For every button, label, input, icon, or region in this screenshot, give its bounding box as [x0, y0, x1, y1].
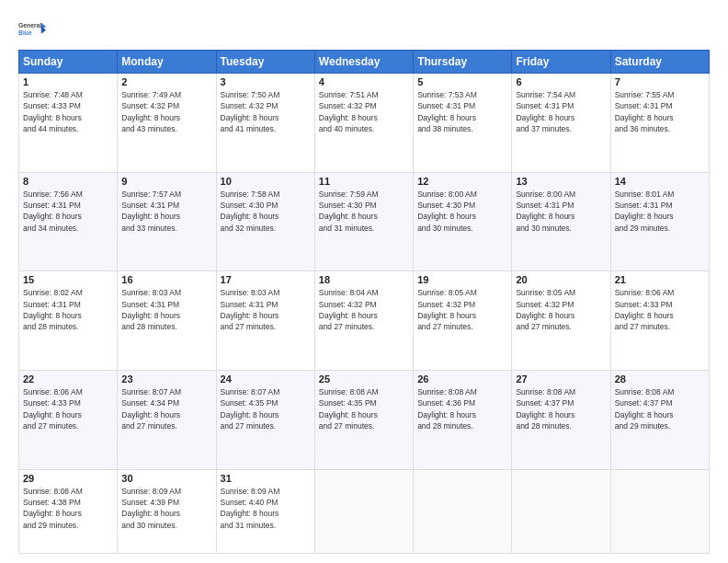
- logo-icon: GeneralBlue: [18, 15, 48, 44]
- day-info: Sunrise: 8:05 AMSunset: 4:32 PMDaylight:…: [516, 287, 606, 332]
- calendar-cell: 15 Sunrise: 8:02 AMSunset: 4:31 PMDaylig…: [19, 271, 118, 371]
- calendar-cell: 31 Sunrise: 8:09 AMSunset: 4:40 PMDaylig…: [216, 469, 314, 553]
- day-header-wednesday: Wednesday: [314, 51, 413, 74]
- day-info: Sunrise: 8:08 AMSunset: 4:36 PMDaylight:…: [417, 386, 507, 431]
- week-row-1: 1 Sunrise: 7:48 AMSunset: 4:33 PMDayligh…: [19, 74, 710, 173]
- day-number: 3: [221, 76, 311, 87]
- header: GeneralBlue: [18, 15, 710, 44]
- day-info: Sunrise: 8:01 AMSunset: 4:31 PMDaylight:…: [615, 189, 705, 234]
- calendar-cell: 27 Sunrise: 8:08 AMSunset: 4:37 PMDaylig…: [512, 371, 610, 470]
- day-info: Sunrise: 8:08 AMSunset: 4:38 PMDaylight:…: [23, 486, 113, 531]
- day-number: 2: [121, 76, 211, 87]
- day-number: 15: [23, 274, 113, 285]
- week-row-4: 22 Sunrise: 8:06 AMSunset: 4:33 PMDaylig…: [19, 371, 710, 470]
- calendar-cell: 7 Sunrise: 7:55 AMSunset: 4:31 PMDayligh…: [610, 74, 709, 173]
- day-info: Sunrise: 7:59 AMSunset: 4:30 PMDaylight:…: [319, 189, 409, 234]
- day-info: Sunrise: 7:48 AMSunset: 4:33 PMDaylight:…: [23, 89, 113, 134]
- day-number: 27: [516, 373, 606, 385]
- week-row-2: 8 Sunrise: 7:56 AMSunset: 4:31 PMDayligh…: [19, 172, 710, 271]
- calendar-cell: 28 Sunrise: 8:08 AMSunset: 4:37 PMDaylig…: [610, 371, 709, 470]
- day-info: Sunrise: 7:56 AMSunset: 4:31 PMDaylight:…: [23, 189, 113, 234]
- calendar-cell: 10 Sunrise: 7:58 AMSunset: 4:30 PMDaylig…: [216, 172, 314, 271]
- logo: GeneralBlue: [18, 15, 48, 44]
- day-info: Sunrise: 7:57 AMSunset: 4:31 PMDaylight:…: [121, 189, 211, 234]
- day-info: Sunrise: 8:06 AMSunset: 4:33 PMDaylight:…: [615, 287, 705, 332]
- calendar-cell: 6 Sunrise: 7:54 AMSunset: 4:31 PMDayligh…: [512, 74, 610, 173]
- day-number: 26: [417, 373, 507, 385]
- day-header-friday: Friday: [512, 51, 610, 74]
- calendar-cell: 24 Sunrise: 8:07 AMSunset: 4:35 PMDaylig…: [216, 371, 314, 470]
- calendar-cell: 3 Sunrise: 7:50 AMSunset: 4:32 PMDayligh…: [216, 74, 314, 173]
- calendar-cell: [512, 469, 610, 553]
- day-number: 28: [615, 373, 705, 385]
- day-header-sunday: Sunday: [19, 51, 118, 74]
- week-row-3: 15 Sunrise: 8:02 AMSunset: 4:31 PMDaylig…: [19, 271, 710, 371]
- calendar-cell: 22 Sunrise: 8:06 AMSunset: 4:33 PMDaylig…: [19, 371, 118, 470]
- day-header-thursday: Thursday: [414, 51, 512, 74]
- day-info: Sunrise: 7:58 AMSunset: 4:30 PMDaylight:…: [221, 189, 311, 234]
- calendar-cell: 29 Sunrise: 8:08 AMSunset: 4:38 PMDaylig…: [19, 469, 118, 553]
- day-header-tuesday: Tuesday: [216, 51, 314, 74]
- calendar-cell: 26 Sunrise: 8:08 AMSunset: 4:36 PMDaylig…: [414, 371, 512, 470]
- calendar-cell: 25 Sunrise: 8:08 AMSunset: 4:35 PMDaylig…: [314, 371, 413, 470]
- day-number: 10: [221, 176, 311, 187]
- day-info: Sunrise: 8:08 AMSunset: 4:35 PMDaylight:…: [319, 386, 409, 431]
- calendar-cell: [610, 469, 709, 553]
- day-number: 4: [319, 76, 409, 87]
- day-info: Sunrise: 8:00 AMSunset: 4:31 PMDaylight:…: [516, 189, 606, 234]
- day-number: 21: [615, 274, 705, 285]
- day-info: Sunrise: 8:03 AMSunset: 4:31 PMDaylight:…: [121, 287, 211, 332]
- page: GeneralBlue SundayMondayTuesdayWednesday…: [0, 0, 728, 563]
- calendar-cell: 17 Sunrise: 8:03 AMSunset: 4:31 PMDaylig…: [216, 271, 314, 371]
- day-info: Sunrise: 8:03 AMSunset: 4:31 PMDaylight:…: [221, 287, 311, 332]
- day-info: Sunrise: 8:04 AMSunset: 4:32 PMDaylight:…: [319, 287, 409, 332]
- day-number: 30: [121, 473, 211, 484]
- svg-text:General: General: [18, 22, 41, 29]
- calendar-table: SundayMondayTuesdayWednesdayThursdayFrid…: [18, 50, 710, 554]
- day-info: Sunrise: 8:08 AMSunset: 4:37 PMDaylight:…: [615, 386, 705, 431]
- calendar-cell: 16 Sunrise: 8:03 AMSunset: 4:31 PMDaylig…: [118, 271, 216, 371]
- day-number: 16: [121, 274, 211, 285]
- day-number: 24: [221, 373, 311, 385]
- calendar-cell: 1 Sunrise: 7:48 AMSunset: 4:33 PMDayligh…: [19, 74, 118, 173]
- day-info: Sunrise: 8:08 AMSunset: 4:37 PMDaylight:…: [516, 386, 606, 431]
- day-info: Sunrise: 8:07 AMSunset: 4:35 PMDaylight:…: [221, 386, 311, 431]
- calendar-cell: 9 Sunrise: 7:57 AMSunset: 4:31 PMDayligh…: [118, 172, 216, 271]
- day-info: Sunrise: 8:06 AMSunset: 4:33 PMDaylight:…: [23, 386, 113, 431]
- day-info: Sunrise: 8:07 AMSunset: 4:34 PMDaylight:…: [121, 386, 211, 431]
- calendar-cell: 23 Sunrise: 8:07 AMSunset: 4:34 PMDaylig…: [118, 371, 216, 470]
- day-number: 11: [319, 176, 409, 187]
- day-info: Sunrise: 8:09 AMSunset: 4:40 PMDaylight:…: [221, 486, 311, 531]
- calendar-cell: 21 Sunrise: 8:06 AMSunset: 4:33 PMDaylig…: [610, 271, 709, 371]
- day-number: 5: [417, 76, 507, 87]
- day-header-monday: Monday: [118, 51, 216, 74]
- day-info: Sunrise: 8:00 AMSunset: 4:30 PMDaylight:…: [417, 189, 507, 234]
- calendar-cell: 4 Sunrise: 7:51 AMSunset: 4:32 PMDayligh…: [314, 74, 413, 173]
- calendar-cell: 11 Sunrise: 7:59 AMSunset: 4:30 PMDaylig…: [314, 172, 413, 271]
- svg-text:Blue: Blue: [18, 29, 32, 36]
- day-number: 19: [417, 274, 507, 285]
- day-header-saturday: Saturday: [610, 51, 709, 74]
- day-number: 13: [516, 176, 606, 187]
- calendar-cell: 2 Sunrise: 7:49 AMSunset: 4:32 PMDayligh…: [118, 74, 216, 173]
- calendar-cell: 12 Sunrise: 8:00 AMSunset: 4:30 PMDaylig…: [414, 172, 512, 271]
- day-info: Sunrise: 8:09 AMSunset: 4:39 PMDaylight:…: [121, 486, 211, 531]
- day-number: 25: [319, 373, 409, 385]
- week-row-5: 29 Sunrise: 8:08 AMSunset: 4:38 PMDaylig…: [19, 469, 710, 553]
- day-info: Sunrise: 8:02 AMSunset: 4:31 PMDaylight:…: [23, 287, 113, 332]
- calendar-cell: 18 Sunrise: 8:04 AMSunset: 4:32 PMDaylig…: [314, 271, 413, 371]
- day-number: 31: [221, 473, 311, 484]
- day-number: 17: [221, 274, 311, 285]
- day-number: 18: [319, 274, 409, 285]
- day-number: 9: [121, 176, 211, 187]
- day-info: Sunrise: 7:51 AMSunset: 4:32 PMDaylight:…: [319, 89, 409, 134]
- day-info: Sunrise: 8:05 AMSunset: 4:32 PMDaylight:…: [417, 287, 507, 332]
- day-number: 22: [23, 373, 113, 385]
- calendar-cell: [314, 469, 413, 553]
- calendar-cell: 14 Sunrise: 8:01 AMSunset: 4:31 PMDaylig…: [610, 172, 709, 271]
- calendar-cell: [414, 469, 512, 553]
- calendar-cell: 30 Sunrise: 8:09 AMSunset: 4:39 PMDaylig…: [118, 469, 216, 553]
- day-info: Sunrise: 7:55 AMSunset: 4:31 PMDaylight:…: [615, 89, 705, 134]
- day-number: 8: [23, 176, 113, 187]
- day-info: Sunrise: 7:53 AMSunset: 4:31 PMDaylight:…: [417, 89, 507, 134]
